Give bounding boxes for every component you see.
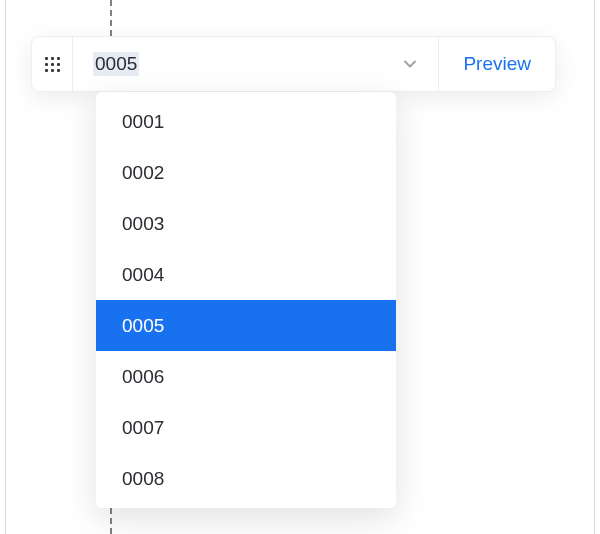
number-dropdown: 00010002000300040005000600070008 [96, 92, 396, 508]
dropdown-item-label: 0005 [122, 315, 164, 337]
dropdown-item[interactable]: 0001 [96, 96, 396, 147]
dropdown-item[interactable]: 0002 [96, 147, 396, 198]
dropdown-item[interactable]: 0004 [96, 249, 396, 300]
number-select[interactable]: 0005 [73, 37, 438, 91]
dropdown-item-label: 0004 [122, 264, 164, 286]
dropdown-item[interactable]: 0006 [96, 351, 396, 402]
preview-button[interactable]: Preview [463, 53, 531, 75]
editor-canvas: 0005 Preview 000100020003000400050006000… [0, 0, 600, 534]
dropdown-item[interactable]: 0005 [96, 300, 396, 351]
drag-handle-icon [45, 57, 60, 72]
preview-wrap: Preview [438, 37, 555, 91]
dropdown-item[interactable]: 0008 [96, 453, 396, 504]
dropdown-item-label: 0002 [122, 162, 164, 184]
dropdown-item-label: 0008 [122, 468, 164, 490]
dropdown-item[interactable]: 0003 [96, 198, 396, 249]
dropdown-item-label: 0001 [122, 111, 164, 133]
chevron-down-icon [400, 54, 420, 74]
dropdown-item[interactable]: 0007 [96, 402, 396, 453]
dropdown-item-label: 0006 [122, 366, 164, 388]
field-toolbar: 0005 Preview [31, 36, 556, 92]
dropdown-item-label: 0003 [122, 213, 164, 235]
drag-handle-wrap[interactable] [32, 37, 73, 91]
dropdown-item-label: 0007 [122, 417, 164, 439]
number-select-value: 0005 [93, 52, 139, 77]
